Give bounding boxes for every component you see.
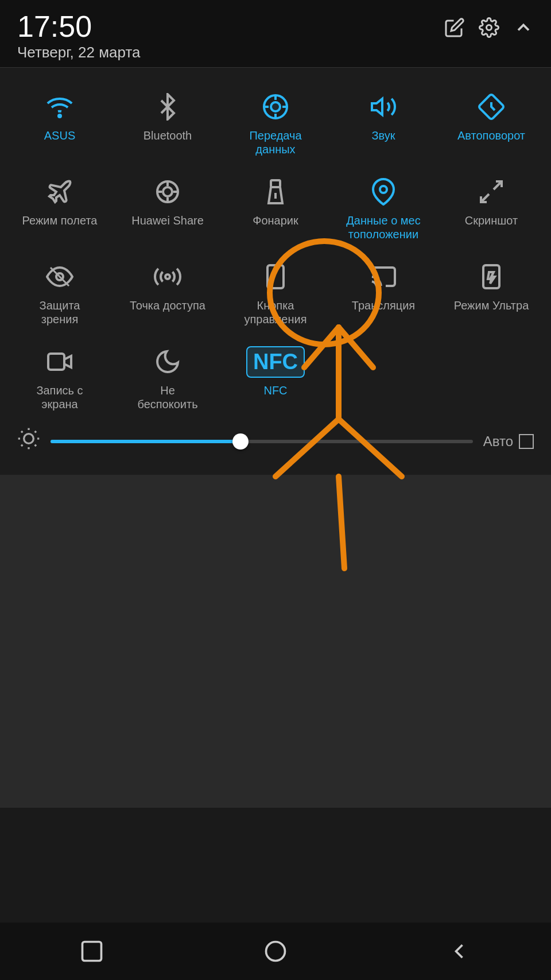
flashlight-icon [258, 175, 293, 209]
qs-screenshot-label: Скриншот [465, 214, 518, 227]
qs-cast[interactable]: Трансляция [329, 249, 437, 334]
nfc-label-icon: NFC [246, 346, 305, 378]
qs-sound-label: Звук [371, 129, 395, 142]
svg-point-23 [165, 274, 170, 279]
edit-button[interactable] [444, 17, 465, 43]
eyeprotect-icon [42, 259, 77, 294]
qs-hotspot[interactable]: Точка доступа [114, 249, 222, 334]
qs-flashlight[interactable]: Фонарик [222, 164, 329, 249]
qs-huawei[interactable]: Huawei Share [114, 164, 222, 249]
qs-assistive-label: Кнопкауправления [244, 299, 306, 326]
svg-point-40 [266, 942, 285, 961]
status-icons [444, 11, 534, 43]
qs-ultramode[interactable]: Режим Ультра [437, 249, 545, 334]
airplane-icon [42, 175, 77, 209]
brightness-fill [51, 440, 240, 443]
brightness-icon [17, 427, 40, 455]
svg-marker-29 [64, 356, 71, 367]
qs-screenrecord[interactable]: Запись сэкрана [6, 334, 114, 419]
screenrecord-icon [42, 344, 77, 379]
settings-button[interactable] [479, 17, 499, 43]
auto-label: Авто [483, 433, 513, 450]
qs-wifi[interactable]: ASUS [6, 79, 114, 164]
quick-settings-grid: ASUS Bluetooth [6, 79, 545, 419]
qs-ultramode-label: Режим Ультра [454, 299, 529, 312]
svg-line-19 [494, 181, 502, 189]
navigation-bar [0, 923, 551, 980]
qs-huawei-label: Huawei Share [131, 214, 204, 227]
svg-point-10 [163, 187, 172, 196]
brightness-row: Авто [6, 419, 545, 463]
qs-nfc[interactable]: NFC NFC [222, 334, 329, 419]
qs-eyeprotect[interactable]: Защитазрения [6, 249, 114, 334]
home-button[interactable] [263, 939, 288, 964]
qs-bluetooth-label: Bluetooth [143, 129, 192, 142]
qs-hotspot-label: Точка доступа [130, 299, 205, 312]
svg-marker-8 [372, 99, 382, 115]
brightness-auto: Авто [483, 433, 534, 450]
qs-donotdisturb[interactable]: Небеспокоить [114, 334, 222, 419]
auto-checkbox[interactable] [519, 434, 534, 449]
status-bar: 17:50 Четверг, 22 марта [0, 0, 551, 67]
hotspot-icon [150, 259, 185, 294]
qs-eyeprotect-label: Защитазрения [40, 299, 80, 326]
recent-apps-button[interactable] [79, 939, 104, 964]
autorotate-icon [474, 90, 509, 124]
svg-point-0 [487, 25, 492, 30]
qs-autorotate-label: Автоповорот [457, 129, 525, 142]
svg-rect-28 [48, 354, 64, 370]
qs-flashlight-label: Фонарик [253, 214, 298, 227]
qs-donotdisturb-label: Небеспокоить [137, 384, 197, 411]
svg-point-30 [24, 434, 34, 444]
qs-wifi-label: ASUS [44, 129, 75, 142]
huawei-icon [150, 175, 185, 209]
qs-cast-label: Трансляция [352, 299, 415, 312]
qs-screenshot[interactable]: Скриншот [437, 164, 545, 249]
location-icon [366, 175, 401, 209]
qs-nfc-label: NFC [263, 384, 287, 397]
qs-autorotate[interactable]: Автоповорот [437, 79, 545, 164]
sound-icon [366, 90, 401, 124]
svg-line-34 [35, 445, 36, 446]
svg-point-1 [59, 115, 61, 117]
wifi-icon [42, 90, 77, 124]
qs-airplane-label: Режим полета [22, 214, 98, 227]
status-time: 17:50 [17, 11, 140, 41]
svg-line-37 [21, 445, 22, 446]
qs-location-label: Данные о местоположении [346, 214, 420, 241]
assistive-icon [258, 259, 293, 294]
qs-airplane[interactable]: Режим полета [6, 164, 114, 249]
qs-location[interactable]: Данные о местоположении [329, 164, 437, 249]
quick-settings-panel: ASUS Bluetooth [0, 68, 551, 475]
brightness-thumb [232, 433, 249, 450]
qs-sound[interactable]: Звук [329, 79, 437, 164]
qs-screenrecord-label: Запись сэкрана [36, 384, 83, 411]
cast-icon [366, 259, 401, 294]
svg-rect-39 [83, 942, 102, 961]
screenshot-icon [474, 175, 509, 209]
bluetooth-icon [150, 90, 185, 124]
svg-rect-24 [267, 265, 284, 288]
status-date: Четверг, 22 марта [17, 44, 140, 61]
data-icon [258, 90, 293, 124]
ultramode-icon [474, 259, 509, 294]
collapse-button[interactable] [513, 17, 534, 43]
brightness-slider[interactable] [51, 440, 473, 443]
svg-rect-16 [271, 180, 280, 187]
qs-assistive[interactable]: Кнопкауправления [222, 249, 329, 334]
svg-line-20 [481, 194, 489, 202]
qs-data-label: Передачаданных [249, 129, 301, 156]
donotdisturb-icon [150, 344, 185, 379]
nfc-icon: NFC [258, 344, 293, 379]
svg-point-18 [380, 186, 387, 193]
svg-line-33 [21, 431, 22, 432]
svg-point-3 [271, 102, 280, 111]
qs-data[interactable]: Передачаданных [222, 79, 329, 164]
svg-line-38 [35, 431, 36, 432]
back-button[interactable] [447, 939, 472, 964]
app-content-area [0, 475, 551, 808]
qs-bluetooth[interactable]: Bluetooth [114, 79, 222, 164]
